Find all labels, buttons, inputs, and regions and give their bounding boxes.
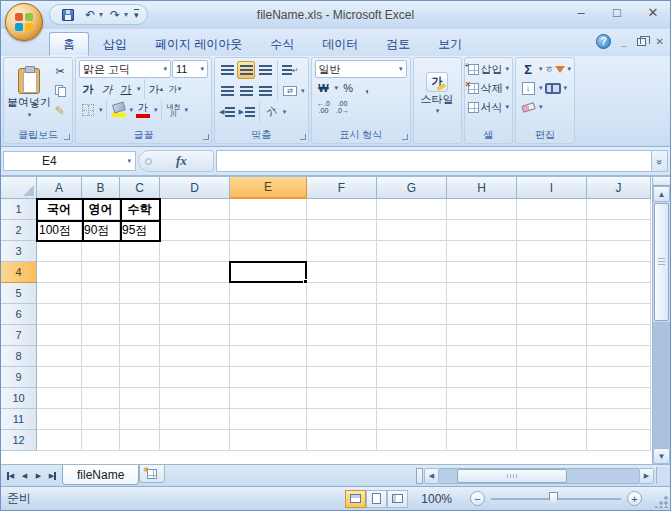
cell-H2[interactable] [447,220,517,241]
column-header-C[interactable]: C [120,177,160,199]
cell-G5[interactable] [377,283,447,304]
font-color-button[interactable]: 가 [134,101,152,119]
row-header-3[interactable]: 3 [1,241,37,262]
paste-dropdown[interactable]: ▾ [28,111,32,119]
cell-B10[interactable] [82,388,120,409]
shrink-font-button[interactable]: 가▼ [167,80,185,98]
comma-button[interactable]: , [358,79,376,97]
underline-dropdown[interactable]: ▾ [137,85,141,93]
cell-D6[interactable] [160,304,230,325]
column-header-H[interactable]: H [447,177,517,199]
cell-F3[interactable] [307,241,377,262]
cell-D12[interactable] [160,430,230,451]
horizontal-scroll-thumb[interactable] [457,469,567,483]
cell-A5[interactable] [37,283,82,304]
cell-A2[interactable]: 100점 [37,220,82,241]
cell-E4[interactable] [230,262,307,283]
number-format-combo[interactable]: 일반▾ [315,60,407,78]
cell-H10[interactable] [447,388,517,409]
cell-H7[interactable] [447,325,517,346]
fill-color-button[interactable] [110,101,128,119]
phonetic-dropdown[interactable]: ▾ [185,106,189,114]
currency-dropdown[interactable]: ▾ [335,84,339,92]
cell-D9[interactable] [160,367,230,388]
insert-cells-dropdown[interactable]: ▾ [506,65,510,73]
cell-G8[interactable] [377,346,447,367]
scroll-right-button[interactable]: ▶ [639,468,654,484]
cell-C4[interactable] [120,262,160,283]
resize-grip[interactable] [655,495,668,508]
vertical-scrollbar[interactable]: ▲ ▼ [652,177,670,464]
row-header-2[interactable]: 2 [1,220,37,241]
cell-I1[interactable] [517,199,587,220]
zoom-level-text[interactable]: 100% [421,492,452,506]
cell-C7[interactable] [120,325,160,346]
workbook-close-button[interactable]: ✕ [656,36,664,47]
cell-A11[interactable] [37,409,82,430]
cell-F4[interactable] [307,262,377,283]
cell-I8[interactable] [517,346,587,367]
cell-A12[interactable] [37,430,82,451]
percent-button[interactable]: % [339,79,357,97]
cell-J4[interactable] [587,262,651,283]
cell-J10[interactable] [587,388,651,409]
font-name-dropdown[interactable]: ▾ [163,65,167,73]
cell-B6[interactable] [82,304,120,325]
vertical-scroll-track[interactable] [653,322,670,448]
workbook-minimize-button[interactable]: _ [621,36,627,47]
cell-G12[interactable] [377,430,447,451]
increase-decimal-button[interactable]: ←.0.00 [315,98,333,116]
cell-F11[interactable] [307,409,377,430]
tab-insert[interactable]: 삽입 [89,32,141,56]
cell-I3[interactable] [517,241,587,262]
cell-F7[interactable] [307,325,377,346]
cell-G1[interactable] [377,199,447,220]
cell-B8[interactable] [82,346,120,367]
cell-E6[interactable] [230,304,307,325]
cell-F2[interactable] [307,220,377,241]
borders-dropdown[interactable]: ▾ [99,106,103,114]
cell-B4[interactable] [82,262,120,283]
scroll-down-button[interactable]: ▼ [653,448,670,464]
zoom-in-button[interactable]: + [627,491,642,506]
cell-J2[interactable] [587,220,651,241]
cell-J9[interactable] [587,367,651,388]
top-align-button[interactable] [218,61,236,79]
sort-filter-button[interactable]: ㅎ [544,60,566,78]
help-button[interactable]: ? [596,34,611,49]
autosum-dropdown[interactable]: ▾ [539,65,543,73]
cell-G6[interactable] [377,304,447,325]
last-sheet-button[interactable]: ▶ [46,468,59,484]
horizontal-scrollbar[interactable]: ◀ ▶ [416,467,654,484]
cell-A7[interactable] [37,325,82,346]
cell-H12[interactable] [447,430,517,451]
format-cells-dropdown[interactable]: ▾ [506,103,510,111]
cell-A1[interactable]: 국어 [37,199,82,220]
clear-dropdown[interactable]: ▾ [539,103,543,111]
cell-I9[interactable] [517,367,587,388]
cell-F1[interactable] [307,199,377,220]
merge-center-button[interactable]: ⇄ [281,82,299,100]
cell-A10[interactable] [37,388,82,409]
cell-I10[interactable] [517,388,587,409]
underline-button[interactable]: 가 [117,80,135,98]
cell-F10[interactable] [307,388,377,409]
cell-A4[interactable] [37,262,82,283]
cell-E7[interactable] [230,325,307,346]
tab-formulas[interactable]: 수식 [256,32,308,56]
column-header-D[interactable]: D [160,177,230,199]
cell-G9[interactable] [377,367,447,388]
normal-view-button[interactable] [345,490,366,508]
cell-G11[interactable] [377,409,447,430]
office-button[interactable] [5,3,43,41]
cell-B12[interactable] [82,430,120,451]
cell-H8[interactable] [447,346,517,367]
cell-C12[interactable] [120,430,160,451]
fill-dropdown[interactable]: ▾ [539,84,543,92]
cell-E2[interactable] [230,220,307,241]
name-box[interactable]: E4 ▾ [3,151,136,171]
alignment-dialog-launcher[interactable] [300,134,306,140]
column-header-I[interactable]: I [517,177,587,199]
cell-J11[interactable] [587,409,651,430]
format-cells-button[interactable]: 서식▾ [468,98,510,116]
